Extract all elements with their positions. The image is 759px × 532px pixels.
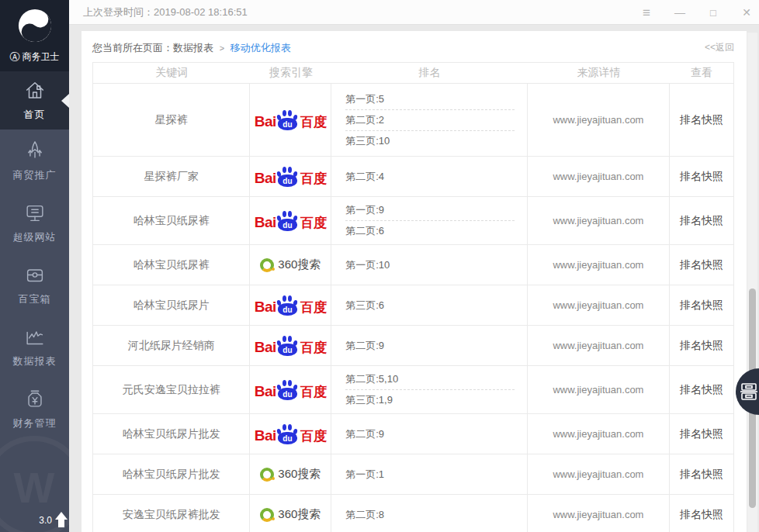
baidu-cn-text: 百度 bbox=[300, 385, 327, 400]
baidu-paw-icon: du bbox=[277, 335, 298, 356]
snapshot-link[interactable]: 排名快照 bbox=[680, 508, 723, 522]
maximize-icon[interactable]: □ bbox=[707, 8, 719, 18]
baidu-logo-text: Bai bbox=[255, 299, 276, 316]
source-cell: www.jieyajituan.com bbox=[528, 454, 671, 494]
rank-cell: 第一页:1 bbox=[331, 454, 527, 494]
keyword-cell: 星探裤厂家 bbox=[93, 157, 250, 196]
column-header: 关键词 bbox=[93, 66, 251, 80]
snapshot-link[interactable]: 排名快照 bbox=[680, 299, 723, 313]
source-url: www.jieyajituan.com bbox=[553, 259, 643, 271]
rank-line: 第一页:10 bbox=[345, 255, 514, 275]
baidu-logo-icon: Baidu百度 bbox=[255, 423, 327, 444]
source-url: www.jieyajituan.com bbox=[553, 114, 643, 126]
so360-logo-icon: 360搜索 bbox=[260, 257, 321, 272]
keyword-cell: 元氏安逸宝贝拉拉裤 bbox=[93, 366, 250, 413]
sidebar-item-website[interactable]: 超级网站 bbox=[0, 192, 69, 254]
keyword-cell: 哈林宝贝纸尿裤 bbox=[93, 197, 250, 244]
baidu-logo-icon: Baidu百度 bbox=[255, 335, 327, 356]
baidu-logo-icon: Baidu百度 bbox=[255, 295, 327, 316]
sidebar-item-toolbox[interactable]: 百宝箱 bbox=[0, 254, 69, 316]
view-cell: 排名快照 bbox=[670, 495, 733, 532]
engine-cell: Baidu百度 bbox=[250, 84, 331, 156]
back-link[interactable]: <<返回 bbox=[705, 41, 734, 54]
baidu-paw-icon: du bbox=[277, 295, 298, 316]
baidu-paw-icon: du bbox=[277, 166, 298, 187]
svg-text:W: W bbox=[36, 14, 43, 22]
rank-line: 第一页:9 bbox=[345, 200, 514, 221]
so360-ring-icon bbox=[260, 258, 274, 272]
rank-cell: 第二页:9 bbox=[331, 414, 527, 454]
rank-cell: 第二页:5,10第三页:1,9 bbox=[331, 366, 527, 413]
keyword-cell: 安逸宝贝纸尿裤批发 bbox=[93, 495, 250, 532]
so360-ring-icon bbox=[260, 468, 274, 482]
snapshot-link[interactable]: 排名快照 bbox=[680, 258, 723, 272]
rank-table: 关键词搜索引擎排名来源详情查看 星探裤Baidu百度第一页:5第二页:2第三页:… bbox=[92, 62, 734, 532]
sidebar-nav: 首页商贸推广超级网站百宝箱数据报表财务管理 bbox=[0, 71, 69, 440]
sidebar-item-promotion[interactable]: 商贸推广 bbox=[0, 130, 69, 192]
rank-line: 第二页:8 bbox=[345, 505, 514, 525]
baidu-logo-text: Bai bbox=[255, 113, 276, 130]
breadcrumb-prefix: 您当前所在页面：数据报表 bbox=[92, 42, 213, 54]
rank-line: 第一页:5 bbox=[345, 89, 514, 110]
app-logo-icon: W bbox=[17, 8, 53, 47]
snapshot-link[interactable]: 排名快照 bbox=[680, 214, 723, 228]
rank-cell: 第二页:4 bbox=[331, 157, 527, 196]
source-cell: www.jieyajituan.com bbox=[528, 285, 671, 325]
breadcrumb-separator: > bbox=[220, 43, 224, 53]
rank-cell: 第二页:8 bbox=[331, 495, 527, 532]
so360-ring-icon bbox=[260, 508, 274, 522]
engine-cell: 360搜索 bbox=[250, 495, 331, 532]
snapshot-link[interactable]: 排名快照 bbox=[680, 113, 723, 127]
upgrade-arrow-icon[interactable] bbox=[55, 512, 68, 529]
rank-line: 第一页:1 bbox=[345, 465, 514, 485]
minimize-icon[interactable]: — bbox=[674, 7, 686, 18]
source-url: www.jieyajituan.com bbox=[553, 384, 643, 396]
promotion-icon bbox=[23, 140, 47, 163]
menu-icon[interactable]: ≡ bbox=[640, 6, 653, 19]
source-url: www.jieyajituan.com bbox=[553, 468, 643, 480]
source-cell: www.jieyajituan.com bbox=[528, 414, 671, 454]
so360-logo-text: 360搜索 bbox=[278, 467, 321, 482]
brand-block: W Ⓐ 商务卫士 bbox=[0, 0, 69, 71]
keyword-cell: 哈林宝贝纸尿片 bbox=[93, 285, 250, 325]
brand-label: 商务卫士 bbox=[23, 50, 60, 64]
table-header-row: 关键词搜索引擎排名来源详情查看 bbox=[93, 63, 733, 84]
baidu-logo-text: Bai bbox=[255, 427, 276, 444]
table-row: 星探裤厂家Baidu百度第二页:4www.jieyajituan.com排名快照 bbox=[93, 157, 733, 197]
baidu-logo-icon: Baidu百度 bbox=[255, 210, 327, 231]
sidebar-item-home[interactable]: 首页 bbox=[0, 71, 69, 130]
view-cell: 排名快照 bbox=[670, 84, 733, 156]
table-body: 星探裤Baidu百度第一页:5第二页:2第三页:10www.jieyajitua… bbox=[93, 84, 733, 532]
baidu-logo-text: Bai bbox=[255, 170, 276, 187]
snapshot-link[interactable]: 排名快照 bbox=[680, 170, 723, 184]
snapshot-link[interactable]: 排名快照 bbox=[680, 383, 723, 397]
window-controls: ≡ — □ ✕ bbox=[640, 0, 753, 25]
rank-cell: 第一页:5第二页:2第三页:10 bbox=[331, 84, 527, 156]
rank-cell: 第一页:9第二页:6 bbox=[331, 197, 527, 244]
sidebar-item-report[interactable]: 数据报表 bbox=[0, 316, 69, 378]
sidebar-item-label: 数据报表 bbox=[13, 354, 57, 368]
rank-line: 第二页:6 bbox=[345, 221, 514, 241]
snapshot-link[interactable]: 排名快照 bbox=[680, 468, 723, 482]
table-row: 元氏安逸宝贝拉拉裤Baidu百度第二页:5,10第三页:1,9www.jieya… bbox=[93, 366, 733, 414]
source-url: www.jieyajituan.com bbox=[553, 509, 643, 520]
breadcrumb-current-link[interactable]: 移动优化报表 bbox=[230, 42, 291, 54]
engine-cell: Baidu百度 bbox=[250, 326, 331, 365]
snapshot-link[interactable]: 排名快照 bbox=[680, 427, 723, 441]
sidebar-item-label: 商贸推广 bbox=[13, 168, 57, 182]
keyword-cell: 星探裤 bbox=[93, 84, 250, 156]
website-icon bbox=[23, 202, 47, 225]
source-cell: www.jieyajituan.com bbox=[528, 495, 671, 532]
close-icon[interactable]: ✕ bbox=[740, 7, 753, 18]
baidu-paw-icon: du bbox=[277, 379, 298, 400]
view-cell: 排名快照 bbox=[670, 414, 733, 454]
view-cell: 排名快照 bbox=[670, 454, 733, 494]
table-row: 哈林宝贝纸尿裤360搜索第一页:10www.jieyajituan.com排名快… bbox=[93, 245, 733, 285]
view-cell: 排名快照 bbox=[670, 157, 733, 196]
scrollbar-track[interactable] bbox=[747, 33, 757, 532]
sidebar-item-finance[interactable]: 财务管理 bbox=[0, 378, 69, 440]
rank-line: 第二页:9 bbox=[345, 424, 514, 444]
snapshot-link[interactable]: 排名快照 bbox=[680, 339, 723, 353]
baidu-paw-icon: du bbox=[277, 423, 298, 444]
content-card: 您当前所在页面：数据报表 > 移动优化报表 <<返回 关键词搜索引擎排名来源详情… bbox=[81, 31, 747, 532]
